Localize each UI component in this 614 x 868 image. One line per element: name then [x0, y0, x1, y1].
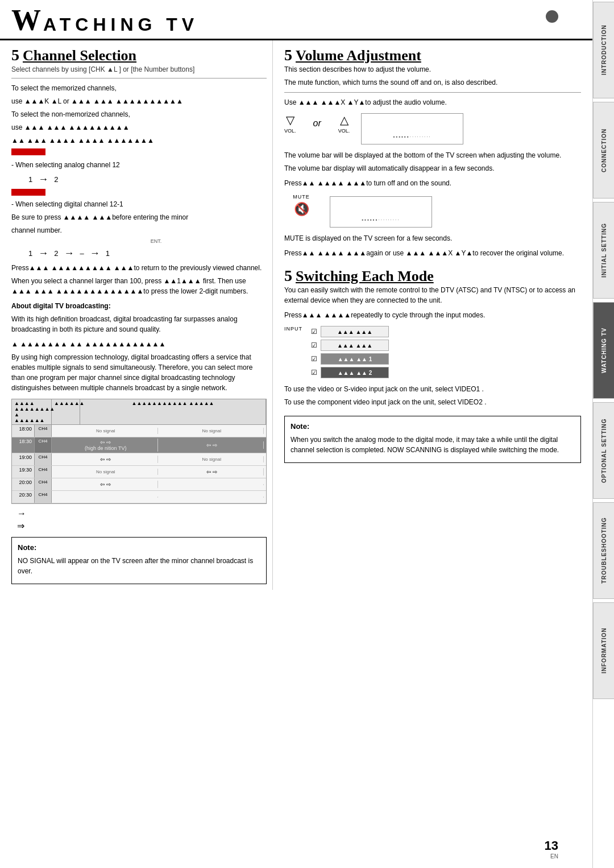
guide-prog-cell — [54, 497, 158, 498]
vol-down-icon: ▽ VOL. — [284, 113, 296, 134]
guide-ch: CH4 — [35, 437, 52, 453]
guide-header-col1: ▲▲▲▲ ▲▲▲▲▲▲▲▲ ▲ ▲▲▲▲▲▲ — [12, 399, 52, 424]
digital-step4: 1 — [106, 249, 110, 258]
guide-time: 19:30 — [12, 466, 35, 478]
channel-selection-section: 5 Channel Selection Select channels by u… — [6, 40, 273, 590]
sidebar-tab-introduction[interactable]: INTRODUCTION — [593, 2, 615, 98]
channel-note-text: NO SIGNAL will appear on the TV screen a… — [18, 556, 260, 576]
vol-up-arrow: △ — [340, 113, 349, 127]
bottom-arrow-row2: ⇒ — [17, 520, 267, 531]
channel-text5: ▲▲ ▲▲▲ ▲▲▲▲ ▲▲▲▲ ▲▲▲▲▲▲▲ — [11, 135, 267, 146]
analog-arrow-row: 1 → 2 — [28, 173, 267, 185]
input-box-2: ▲▲▲ ▲▲▲ — [321, 340, 389, 351]
digital-arrow1: → — [38, 247, 48, 259]
mute-label: MUTE — [293, 194, 310, 200]
guide-prog: No signal ⇦ ⇨ — [52, 466, 266, 478]
volume-bar-text2: The volume bar display will automaticall… — [284, 163, 581, 173]
guide-ch: CH4 — [35, 453, 52, 465]
mute-bar-dots-text: ▪▪▪▪▪▪········· — [362, 217, 400, 222]
input-option-2: ☑ ▲▲▲ ▲▲▲ — [311, 340, 389, 351]
sidebar-tab-watching-tv[interactable]: WATCHING TV — [593, 302, 615, 399]
guide-row: 18:30 CH4 ⇦ ⇨ (high de nition TV) ⇦ ⇨ — [12, 437, 266, 453]
guide-row: 20:00 CH4 ⇦ ⇨ — [12, 478, 266, 491]
switching-subtitle: You can easily switch with the remote co… — [284, 285, 581, 305]
channel-section-title: Channel Selection — [23, 47, 136, 64]
channel-block1: To select the memorized channels, use ▲▲… — [11, 78, 267, 155]
check-icon-4: ☑ — [311, 369, 317, 377]
guide-time: 18:00 — [12, 425, 35, 437]
switching-section-title: Switching Each Mode — [296, 268, 434, 285]
guide-prog — [52, 491, 266, 503]
input-option-1: ☑ ▲▲▲ ▲▲▲ — [311, 326, 389, 337]
digital-broadcast-text1: With its high definition broadcast, digi… — [11, 314, 267, 334]
guide-row: 20:30 CH4 — [12, 491, 266, 503]
channel-note-box: Note: NO SIGNAL will appear on the TV sc… — [11, 537, 267, 584]
digital-compression-title: ▲ ▲▲▲▲▲▲▲ ▲▲ ▲▲▲▲▲▲▲▲▲▲▲▲ — [11, 339, 267, 349]
guide-ch: CH4 — [35, 466, 52, 478]
digital-step2: 2 — [54, 249, 58, 258]
volume-bar-text1: The volume bar will be displayed at the … — [284, 150, 581, 160]
volume-section-number: 5 — [284, 46, 292, 64]
analog-channel-label: - When selecting analog channel 12 — [11, 160, 267, 170]
volume-bars: ▪▪▪▪▪▪········· — [366, 134, 458, 139]
guide-ch: CH4 — [35, 491, 52, 503]
guide-prog-cell: ⇦ ⇨ — [160, 468, 264, 476]
recover-text: Press▲▲ ▲▲▲▲ ▲▲▲again or use ▲▲▲ ▲▲▲X ▲Y… — [284, 248, 581, 258]
channel-section-subtitle: Select channels by using [CHK ▲L ] or [t… — [11, 65, 267, 73]
mute-display-box: ▪▪▪▪▪▪········· — [330, 196, 432, 228]
guide-time: 18:30 — [12, 437, 35, 453]
input-box-4: ▲▲▲ ▲▲ 2 — [321, 367, 389, 378]
input-diagram: INPUT ☑ ▲▲▲ ▲▲▲ ☑ ▲▲▲ ▲▲▲ ☑ ▲ — [284, 326, 581, 378]
sidebar-tab-troubleshooting[interactable]: TROUBLESHOOTING — [593, 502, 615, 599]
volume-icon-row: ▽ VOL. or △ VOL. — [284, 113, 350, 134]
program-guide-table: ▲▲▲▲ ▲▲▲▲▲▲▲▲ ▲ ▲▲▲▲▲▲ ▲▲▲▲▲▲ ▲▲▲▲▲▲▲▲▲▲… — [11, 399, 267, 504]
guide-prog-cell — [160, 497, 264, 498]
video2-text: To use the component video input jack on… — [284, 397, 581, 407]
sidebar-tab-information[interactable]: INFORMATION — [593, 602, 615, 699]
two-column-layout: 5 Channel Selection Select channels by u… — [0, 40, 592, 590]
digital-channel-block: - When selecting digital channel 12-1 Be… — [11, 199, 267, 259]
guide-table-header: ▲▲▲▲ ▲▲▲▲▲▲▲▲ ▲ ▲▲▲▲▲▲ ▲▲▲▲▲▲ ▲▲▲▲▲▲▲▲▲▲… — [12, 399, 266, 425]
switching-note-text: When you switch the analog mode to the d… — [291, 435, 575, 455]
mute-symbol: 🔇 — [294, 202, 309, 217]
vol-down-label: VOL. — [284, 128, 296, 134]
input-label-block: INPUT — [284, 326, 302, 332]
mute-text: Press▲▲ ▲▲▲▲ ▲▲▲to turn off and on the s… — [284, 178, 581, 188]
vol-down-arrow: ▽ — [286, 113, 294, 127]
input-option-4: ☑ ▲▲▲ ▲▲ 2 — [311, 367, 389, 378]
page-title-block: W ATCHING TV — [11, 6, 581, 35]
channel-text1: To select the memorized channels, — [11, 83, 267, 93]
sidebar-tab-connection[interactable]: CONNECTION — [593, 102, 615, 199]
guide-prog-cell: ⇦ ⇨ (high de nition TV) — [54, 439, 158, 452]
page-number-block: 13 EN — [545, 838, 558, 859]
digital-arrow-row: 1 → 2 → – → 1 — [28, 247, 267, 259]
mute-bar-dots: ▪▪▪▪▪▪········· — [335, 217, 427, 222]
guide-prog-cell: ⇦ ⇨ — [54, 456, 158, 463]
volume-adjust-block: Use ▲▲▲ ▲▲▲X ▲Y▲to adjust the audio volu… — [284, 92, 581, 173]
page-number: 13 — [545, 838, 558, 853]
ent-label-block: ENT. — [45, 238, 267, 244]
return-text: Press▲▲▲ ▲▲▲▲▲▲▲▲▲ ▲▲▲to return to the p… — [11, 263, 267, 273]
channel-section-header: 5 Channel Selection — [11, 46, 267, 64]
switching-note-box: Note: When you switch the analog mode to… — [284, 416, 581, 463]
right-column: 5 Volume Adjustment This section describ… — [279, 40, 587, 590]
sidebar-tab-initial-setting[interactable]: INITIAL SETTING — [593, 202, 615, 299]
page-title-w: W — [11, 6, 41, 35]
volume-adjustment-section: 5 Volume Adjustment This section describ… — [284, 46, 581, 258]
channel-text4: use ▲▲▲ ▲▲▲ ▲▲▲▲▲▲▲▲▲ — [11, 122, 267, 133]
red-bar-1 — [11, 148, 45, 155]
mute-icon-block: MUTE 🔇 — [284, 194, 318, 217]
sidebar-tab-optional-setting[interactable]: OPTIONAL SETTING — [593, 402, 615, 499]
page-header: W ATCHING TV — [0, 0, 592, 40]
guide-ch: CH4 — [35, 478, 52, 490]
switching-section-number: 5 — [284, 267, 292, 285]
guide-time: 19:00 — [12, 453, 35, 465]
digital-channel-desc1: Be sure to press ▲▲▲▲ ▲▲▲before entering… — [11, 212, 267, 222]
larger100-text: When you select a channel larger than 10… — [11, 276, 267, 296]
input-box-3: ▲▲▲ ▲▲ 1 — [321, 353, 389, 365]
guide-prog-cell: No signal — [54, 428, 158, 434]
digital-arrow2: → — [64, 247, 74, 259]
check-icon-1: ☑ — [311, 328, 317, 336]
check-icon-3: ☑ — [311, 355, 317, 363]
volume-bar-dots: ▪▪▪▪▪▪········· — [393, 134, 432, 139]
